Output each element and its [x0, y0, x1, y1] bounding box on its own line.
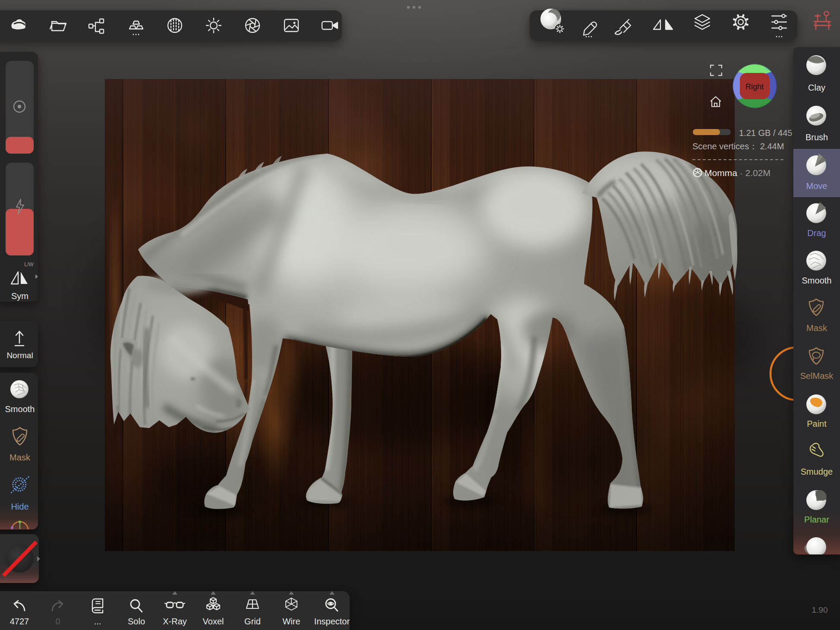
svg-text:Right: Right — [745, 82, 764, 91]
